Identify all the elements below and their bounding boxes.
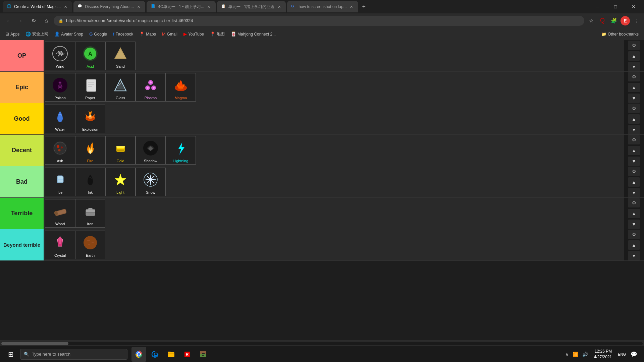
scrollbar-track[interactable] [1,342,643,345]
taskbar-roblox[interactable]: R [180,347,195,362]
down-button-bad[interactable]: ▼ [628,188,640,197]
gear-button-bad[interactable]: ⚙ [628,167,640,176]
tray-up-icon[interactable]: ∧ [564,350,570,358]
other-bookmarks[interactable]: 📁 Other bookmarks [599,31,641,38]
item-crystal[interactable]: Crystal [45,231,75,259]
up-button-terrible[interactable]: ▲ [628,209,640,218]
tab-3[interactable]: 📘 4C单元一 - 1 • 踏上学习... ✕ [147,1,216,12]
item-ice[interactable]: Ice [45,168,75,196]
minimize-button[interactable]: ─ [590,1,605,12]
home-button[interactable]: ⌂ [41,15,52,26]
down-button-good[interactable]: ▼ [628,125,640,134]
item-ink[interactable]: Ink [75,168,105,196]
reload-button[interactable]: ↻ [28,15,39,26]
up-button-bad[interactable]: ▲ [628,177,640,187]
bookmark-star-icon[interactable]: ☆ [586,16,596,25]
close-button[interactable]: ✕ [626,1,641,12]
tab-4[interactable]: 📋 单元一 - 1踏上学习的征途 ✕ [217,1,286,12]
menu-icon[interactable]: ⋮ [632,16,641,25]
gear-button-beyond[interactable]: ⚙ [628,230,640,239]
taskbar-edge[interactable] [148,347,162,362]
sand-label: Sand [116,64,125,68]
tray-clock[interactable]: 12:26 PM 4/27/2021 [591,349,614,360]
taskbar-chrome[interactable] [131,347,146,362]
up-button-good[interactable]: ▲ [628,114,640,124]
up-button-op[interactable]: ▲ [628,51,640,61]
bookmark-youtube[interactable]: ▶ YouTube [181,30,207,38]
item-paper[interactable]: Paper [75,73,105,102]
bookmark-google[interactable]: G Google [87,30,110,38]
tier-items-good: Water [44,103,624,134]
maximize-button[interactable]: □ [608,1,623,12]
bookmark-gmail[interactable]: M Gmail [159,30,180,38]
language-indicator[interactable]: ENG [616,351,627,358]
item-lightning[interactable]: Lightning [166,136,196,165]
item-acid[interactable]: A Acid [75,42,105,70]
gear-button-op[interactable]: ⚙ [628,41,640,50]
item-iron[interactable]: Iron [75,199,105,228]
tab-close-3[interactable]: ✕ [206,4,212,9]
tab-5[interactable]: G how to screenshot on lap... ✕ [287,1,358,12]
item-explosion[interactable]: Explosion [75,105,105,133]
taskbar-file-explorer[interactable] [164,347,178,362]
start-button[interactable]: ⊞ [3,346,19,362]
gear-button-good[interactable]: ⚙ [628,104,640,113]
item-glass[interactable]: Glass [105,73,136,102]
bookmark-avatarshop[interactable]: 👤 Avatar Shop [52,30,86,38]
item-gold[interactable]: Gold [105,136,136,165]
item-light[interactable]: Light [105,168,136,196]
qr-icon[interactable]: Q [598,16,607,25]
item-shadow[interactable]: ◆ Shadow [136,136,166,165]
bookmark-facebook[interactable]: f Facebook [110,30,136,38]
item-wood[interactable]: Wood [45,199,75,228]
down-button-op[interactable]: ▼ [628,62,640,71]
extensions-icon[interactable]: 🧩 [609,16,619,25]
gear-button-terrible[interactable]: ⚙ [628,198,640,207]
bookmark-mahjong[interactable]: 🀄 Mahjong Connect 2... [228,30,278,38]
tab-close-1[interactable]: ✕ [63,4,68,9]
profile-icon[interactable]: E [621,16,630,25]
item-plasma[interactable]: Plasma [136,73,166,102]
item-earth[interactable]: Earth [75,231,105,259]
notification-icon[interactable]: 💬 [629,350,639,359]
svg-text:☠: ☠ [57,83,63,90]
bookmark-ditu[interactable]: 📍 地图 [207,30,227,38]
back-button[interactable]: ‹ [3,15,13,26]
up-button-epic[interactable]: ▲ [628,83,640,92]
tier-items-bad: Ice Ink [44,166,624,197]
tab-close-2[interactable]: ✕ [136,4,141,9]
address-bar[interactable]: 🔒 https://tiermaker.com/create/world-of-… [54,16,584,26]
acid-label: Acid [87,64,94,68]
bookmark-apps[interactable]: ⊞ Apps [3,30,22,38]
item-magma[interactable]: Magma [166,73,196,102]
forward-button[interactable]: › [15,15,26,26]
taskbar-minecraft[interactable] [196,347,211,362]
tray-wifi-icon[interactable]: 📶 [571,350,580,358]
gear-button-epic[interactable]: ⚙ [628,72,640,81]
bookmark-maps[interactable]: 📍 Maps [137,30,158,38]
item-fire[interactable]: Fire [75,136,105,165]
new-tab-button[interactable]: + [360,3,369,10]
scrollbar-thumb[interactable] [1,342,68,345]
taskbar-search[interactable]: 🔍 Type here to search [20,349,127,360]
tab-label-5: how to screenshot on lap... [299,4,346,9]
item-wind[interactable]: Wind [45,42,75,70]
tab-active[interactable]: 🌐 Create a World of Magic... ✕ [3,1,72,12]
tab-close-5[interactable]: ✕ [349,4,354,9]
item-poison[interactable]: ☠ ☠ Poison [45,73,75,102]
up-button-decent[interactable]: ▲ [628,146,640,155]
tray-speaker-icon[interactable]: 🔊 [581,350,589,358]
down-button-epic[interactable]: ▼ [628,94,640,103]
down-button-terrible[interactable]: ▼ [628,220,640,229]
item-water[interactable]: Water [45,105,75,133]
tab-close-4[interactable]: ✕ [276,4,282,9]
bookmark-anquanshangwang[interactable]: 🌐 安全上网 [23,30,51,38]
down-button-beyond[interactable]: ▼ [628,251,640,260]
item-snow[interactable]: Snow [136,168,166,196]
item-ash[interactable]: Ash [45,136,75,165]
item-sand[interactable]: Sand [105,42,136,70]
up-button-beyond[interactable]: ▲ [628,240,640,250]
gear-button-decent[interactable]: ⚙ [628,135,640,144]
down-button-decent[interactable]: ▼ [628,157,640,166]
tab-2[interactable]: 💬 Discuss Everything About... ✕ [73,1,145,12]
